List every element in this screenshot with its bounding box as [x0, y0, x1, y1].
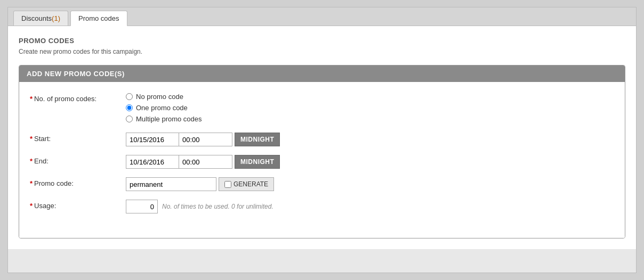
usage-field: No. of times to be used. 0 for unlimited…	[126, 200, 273, 213]
end-date-input[interactable]	[126, 155, 179, 169]
section-title: PROMO CODES	[19, 37, 625, 45]
promo-code-row: *Promo code: GENERATE	[30, 177, 614, 191]
promo-code-input[interactable]	[126, 177, 216, 191]
promo-box-header: ADD NEW PROMO CODE(S)	[19, 65, 625, 82]
section-subtitle: Create new promo codes for this campaign…	[19, 48, 625, 55]
tab-discounts-label: Discounts	[21, 14, 52, 22]
radio-no-promo-label: No promo code	[136, 93, 183, 101]
start-midnight-button[interactable]: MIDNIGHT	[235, 133, 280, 146]
usage-hint: No. of times to be used. 0 for unlimited…	[162, 203, 273, 210]
promo-count-field: No promo code One promo code Multiple pr…	[126, 93, 202, 124]
start-date-input[interactable]	[126, 133, 179, 146]
tab-discounts-badge: (1)	[52, 14, 60, 22]
generate-button[interactable]: GENERATE	[219, 177, 274, 191]
required-star-start: *	[30, 135, 33, 143]
add-promo-box: ADD NEW PROMO CODE(S) *No. of promo code…	[19, 65, 625, 238]
generate-label: GENERATE	[234, 180, 268, 188]
promo-code-label: *Promo code:	[30, 177, 126, 187]
radio-multi-promo-label: Multiple promo codes	[136, 115, 202, 123]
end-time-input[interactable]	[179, 155, 232, 169]
radio-multi-promo-input[interactable]	[126, 116, 133, 122]
tab-promo-codes-label: Promo codes	[78, 14, 119, 22]
radio-multi-promo[interactable]: Multiple promo codes	[126, 115, 202, 123]
end-label: *End:	[30, 155, 126, 165]
start-row: *Start: MIDNIGHT	[30, 133, 614, 146]
radio-one-promo-input[interactable]	[126, 104, 133, 111]
end-date-time: MIDNIGHT	[126, 155, 280, 169]
promo-count-label: *No. of promo codes:	[30, 93, 126, 103]
required-star-end: *	[30, 157, 33, 165]
start-date-time: MIDNIGHT	[126, 133, 280, 146]
main-content: PROMO CODES Create new promo codes for t…	[8, 26, 636, 249]
start-label: *Start:	[30, 133, 126, 143]
radio-no-promo[interactable]: No promo code	[126, 93, 202, 101]
generate-checkbox[interactable]	[224, 181, 231, 188]
promo-code-field: GENERATE	[126, 177, 274, 191]
radio-one-promo-label: One promo code	[136, 104, 188, 112]
radio-no-promo-input[interactable]	[126, 93, 133, 100]
end-midnight-button[interactable]: MIDNIGHT	[235, 155, 280, 169]
usage-label: *Usage:	[30, 200, 126, 210]
tab-promo-codes[interactable]: Promo codes	[70, 11, 127, 26]
main-container: Discounts(1) Promo codes PROMO CODES Cre…	[7, 7, 637, 273]
tabs-bar: Discounts(1) Promo codes	[8, 7, 636, 26]
required-star-usage: *	[30, 202, 33, 210]
promo-box-body: *No. of promo codes: No promo code One p…	[19, 82, 625, 238]
end-row: *End: MIDNIGHT	[30, 155, 614, 169]
required-star-code: *	[30, 179, 33, 187]
required-star-count: *	[30, 95, 33, 103]
usage-input[interactable]	[126, 200, 158, 213]
tab-discounts[interactable]: Discounts(1)	[13, 11, 68, 26]
start-time-input[interactable]	[179, 133, 232, 146]
usage-row: *Usage: No. of times to be used. 0 for u…	[30, 200, 614, 213]
radio-one-promo[interactable]: One promo code	[126, 104, 202, 112]
promo-count-row: *No. of promo codes: No promo code One p…	[30, 93, 614, 124]
